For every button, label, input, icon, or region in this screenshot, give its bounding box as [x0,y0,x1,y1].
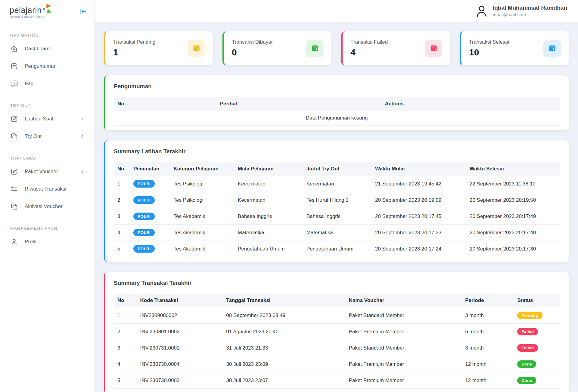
column-header-no: No [114,97,216,111]
cell-tanggal: 31 Juli 2023 21:33 [222,340,345,356]
stat-value: 10 [469,47,509,58]
cell-judul: Tes Huruf Hilang 1 [303,192,371,208]
sidebar-item-dashboard[interactable]: Dashboard [0,40,94,58]
stat-label: Transaksi Dibayar [232,39,273,45]
cell-no: 3 [114,340,137,356]
sidebar-item-riwayat-transaksi[interactable]: Riwayat Transaksi [0,180,94,198]
cell-no: 1 [114,307,137,324]
cell-voucher: Paket Standard Member [345,340,462,356]
cell-periode: 3 month [461,307,514,324]
column-header-kategori: Kategori Pelajaran [170,162,234,176]
cell-judul: Bahasa Inggris [303,208,371,225]
cell-mata: Bahasa Inggris [234,208,303,225]
column-header-mata: Mata Pelajaran [234,162,303,176]
brand-tagline: towards a Brilliant Future [10,15,52,18]
table-row: 4INV.230730.000430 Juli 2023 23:09Paket … [114,356,560,372]
cell-mata: Kecermatan [234,192,303,208]
edit-icon [10,115,18,123]
cell-no: 1 [114,176,130,192]
table-row: 1INV230908000208 September 2023 08:49Pak… [114,307,560,324]
note-icon [10,62,18,70]
sidebar-item-label: Riwayat Transaksi [25,186,66,192]
cell-judul: Kecermatan [303,176,371,192]
edit-icon [10,168,18,176]
sidebar-item-faq[interactable]: Faq [0,75,94,92]
cell-mata: Kecermatan [234,176,303,192]
transaksi-table: No Kode Transaksi Tanggal Transaksi Nama… [114,294,560,389]
wallet-icon [543,40,561,57]
peminatan-badge: POLRI [133,196,155,204]
chevron-left-icon [79,116,86,122]
peminatan-badge: POLRI [133,180,155,188]
transaksi-title: Summary Transaksi Terakhir [114,280,560,286]
topbar: Iqbal Muhammad Ramdhan iqbal@mail.com [95,0,578,22]
wallet-icon [306,40,324,57]
pengumuman-table: No Perihal Actions Data Pengumuman koson… [114,97,560,126]
sidebar-header: pelajarin towards a Brilliant Future [0,0,94,22]
sidebar-item-label: Latihan Soal [25,116,53,122]
cell-no: 3 [114,208,130,225]
stat-card-transaksi-pending: Transaksi Pending1 [104,31,213,65]
cell-periode: 6 month [461,324,514,340]
column-header-periode: Periode [461,294,514,307]
wallet-icon [425,40,442,57]
sidebar-item-label: Dashboard [25,46,50,52]
main-content: Transaksi Pending1Transaksi Dibayar0Tran… [95,22,578,392]
latihan-tbody: 1POLRITes PsikologiKecermatanKecermatan2… [114,176,560,257]
sidebar-item-latihan-soal[interactable]: Latihan Soal [0,110,94,128]
sidebar-collapse-button[interactable] [79,8,86,15]
user-email: iqbal@mail.com [493,12,567,17]
cell-mata: Matematika [234,225,303,241]
stat-card-transaksi-failed: Transaksi Failed4 [341,31,450,65]
cell-no: 2 [114,324,137,340]
cell-voucher: Paket Premium Member [345,324,462,340]
cell-tanggal: 08 September 2023 08:49 [222,307,345,324]
sidebar-item-aktivasi-voucher[interactable]: Aktivasi Voucher [0,198,94,215]
sidebar-item-profil[interactable]: Profil [0,233,94,250]
sidebar-section-title: TRANSAKSI [10,156,84,160]
column-header-status: Status [514,294,560,307]
cell-kategori: Tes Akademik [170,225,234,241]
column-header-tanggal: Tanggal Transaksi [222,294,345,307]
cell-kode: INV.230731.0001 [137,340,223,356]
user-name: Iqbal Muhammad Ramdhan [493,5,567,11]
sidebar-item-label: Faq [25,81,33,87]
stat-label: Transaksi Failed [350,39,388,45]
cell-tanggal: 30 Juli 2023 23:07 [222,372,345,389]
peminatan-badge: POLRI [133,229,155,236]
cell-no: 5 [114,241,130,257]
cell-voucher: Paket Premium Member [345,372,462,389]
cell-kategori: Tes Psikologi [170,176,234,192]
transaksi-tbody: 1INV230908000208 September 2023 08:49Pak… [114,307,560,389]
status-badge: Failed [517,344,538,352]
cell-waktu-mulai: 20 September 2023 20:17:45 [371,208,466,225]
table-row: 3INV.230731.000131 Juli 2023 21:33Paket … [114,340,560,356]
status-badge: Done [517,377,536,384]
column-header-perihal: Perihal [216,97,381,111]
empty-message: Data Pengumuman kosong [114,111,560,126]
stat-value: 1 [113,47,155,58]
sidebar-item-paket-voucher[interactable]: Paket Voucher [0,163,94,180]
cell-no: 5 [114,372,137,389]
sidebar-section-title: TRY OUT [10,103,84,108]
stat-label: Transaksi Pending [113,39,155,45]
cell-voucher: Paket Premium Member [345,356,462,372]
sidebar-item-pengumuman[interactable]: Pengumuman [0,58,94,75]
cell-waktu-selesai: 20 September 2023 20:17:40 [466,225,560,241]
cell-no: 4 [114,225,130,241]
cell-kategori: Tes Akademik [170,241,234,257]
sidebar-item-try-out[interactable]: Try Out [0,128,94,145]
brand-name: pelajarin [10,6,42,14]
column-header-no: No [114,162,130,176]
brand-logo[interactable]: pelajarin towards a Brilliant Future [10,6,52,18]
faq-icon [10,80,18,88]
copy-icon [10,132,18,140]
status-badge: Failed [517,328,538,335]
sidebar-nav: NAVIGATIONDashboardPengumumanFaqTRY OUTL… [0,33,94,250]
avatar-icon [475,4,489,18]
user-icon [10,238,18,246]
user-menu[interactable]: Iqbal Muhammad Ramdhan iqbal@mail.com [475,4,567,18]
table-row: 3POLRITes AkademikBahasa InggrisBahasa I… [114,208,560,225]
status-badge: Pending [517,312,542,319]
exchange-icon [10,185,18,193]
